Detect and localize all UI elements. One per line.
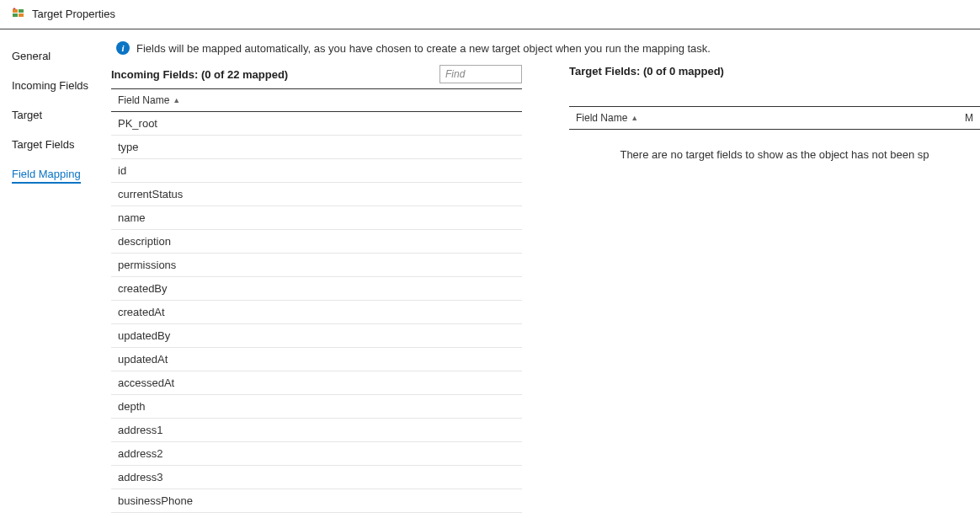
field-name-column-header: Field Name ▲ [576, 112, 638, 124]
incoming-fields-table: Field Name ▲ PK_roottypeidcurrentStatusn… [111, 88, 522, 514]
table-row[interactable]: city [111, 513, 522, 514]
target-icon [12, 7, 25, 20]
table-row[interactable]: PK_root [111, 112, 522, 136]
field-name-column-header: Field Name ▲ [118, 94, 180, 106]
table-row[interactable]: accessedAt [111, 371, 522, 395]
info-message: Fields will be mapped automatically, as … [136, 42, 711, 55]
incoming-rows-scroll[interactable]: PK_roottypeidcurrentStatusnamedescriptio… [111, 112, 522, 514]
sidebar-item-target-fields[interactable]: Target Fields [12, 133, 96, 163]
target-properties-panel: Target Properties General Incoming Field… [0, 0, 980, 518]
incoming-fields-column: Incoming Fields: (0 of 22 mapped) Field … [111, 65, 522, 514]
sidebar-item-incoming-fields[interactable]: Incoming Fields [12, 74, 96, 104]
column-header-label: Field Name [576, 112, 627, 124]
svg-rect-3 [19, 13, 24, 17]
table-row[interactable]: type [111, 136, 522, 159]
incoming-table-header[interactable]: Field Name ▲ [111, 89, 522, 112]
target-fields-column: Target Fields: (0 of 0 mapped) Field Nam… [569, 65, 980, 514]
svg-rect-0 [13, 9, 18, 13]
sidebar-item-label: Target [12, 109, 42, 121]
incoming-column-header-row: Incoming Fields: (0 of 22 mapped) [111, 65, 522, 83]
table-row[interactable]: address2 [111, 442, 522, 466]
sidebar-item-label: General [12, 50, 51, 62]
sidebar-item-target[interactable]: Target [12, 104, 96, 133]
target-table-header[interactable]: Field Name ▲ M [569, 107, 980, 130]
target-fields-title: Target Fields: (0 of 0 mapped) [569, 65, 724, 77]
target-column-header-row: Target Fields: (0 of 0 mapped) [569, 65, 980, 77]
table-row[interactable]: createdBy [111, 277, 522, 301]
table-row[interactable]: businessPhone [111, 489, 522, 513]
find-input[interactable] [439, 65, 522, 83]
table-row[interactable]: address1 [111, 419, 522, 442]
svg-rect-2 [13, 13, 18, 17]
table-row[interactable]: permissions [111, 254, 522, 277]
target-table-body: There are no target fields to show as th… [569, 130, 980, 514]
content-area: i Fields will be mapped automatically, a… [103, 29, 980, 514]
sidebar-item-label: Target Fields [12, 138, 74, 151]
table-row[interactable]: name [111, 206, 522, 230]
sidebar-item-general[interactable]: General [12, 45, 96, 74]
sort-asc-icon: ▲ [631, 114, 638, 122]
sidebar-item-label: Field Mapping [12, 168, 81, 184]
column-header-label: Field Name [118, 94, 169, 106]
table-row[interactable]: currentStatus [111, 183, 522, 206]
table-row[interactable]: depth [111, 395, 522, 419]
sort-asc-icon: ▲ [173, 96, 180, 104]
target-empty-message: There are no target fields to show as th… [569, 130, 980, 161]
info-icon: i [116, 41, 130, 55]
table-row[interactable]: id [111, 159, 522, 183]
table-row[interactable]: address3 [111, 466, 522, 489]
field-mapping-columns: Incoming Fields: (0 of 22 mapped) Field … [111, 65, 980, 514]
panel-header: Target Properties [0, 0, 980, 29]
table-row[interactable]: description [111, 230, 522, 254]
target-extra-column: M [965, 112, 973, 124]
svg-rect-1 [19, 9, 24, 13]
sidebar-item-field-mapping[interactable]: Field Mapping [12, 163, 96, 195]
table-row[interactable]: updatedAt [111, 348, 522, 371]
table-row[interactable]: createdAt [111, 301, 522, 324]
panel-title: Target Properties [32, 8, 115, 20]
sidebar: General Incoming Fields Target Target Fi… [0, 29, 103, 514]
sidebar-item-label: Incoming Fields [12, 79, 88, 92]
info-bar: i Fields will be mapped automatically, a… [111, 41, 980, 55]
target-fields-table: Field Name ▲ M There are no target field… [569, 106, 980, 514]
panel-body: General Incoming Fields Target Target Fi… [0, 29, 980, 514]
incoming-table-body: PK_roottypeidcurrentStatusnamedescriptio… [111, 112, 522, 514]
table-row[interactable]: updatedBy [111, 324, 522, 348]
incoming-fields-title: Incoming Fields: (0 of 22 mapped) [111, 68, 288, 81]
